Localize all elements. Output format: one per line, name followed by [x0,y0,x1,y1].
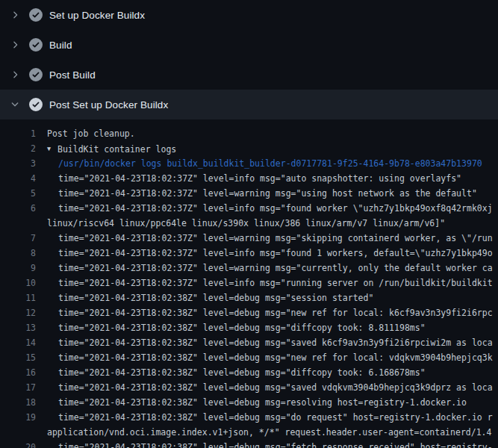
steps-list: Set up Docker Buildx Build Post Build Po… [0,0,498,119]
step-label: Post Build [49,69,96,81]
log-row: 13 time="2021-04-23T18:02:38Z" level=deb… [0,320,498,335]
log-line-text: time="2021-04-23T18:02:38Z" level=debug … [36,380,493,395]
chevron-right-icon [10,9,22,21]
step-label: Post Set up Docker Buildx [49,99,168,111]
log-line-text: time="2021-04-23T18:02:37Z" level=info m… [36,201,493,216]
log-line-text: ▼BuildKit container logs [36,141,176,156]
step-label: Build [49,40,72,51]
group-label: BuildKit container logs [57,144,176,155]
log-line-number[interactable]: 9 [0,261,36,276]
log-line-text: Post job cleanup. [36,126,135,141]
log-line-number[interactable]: 17 [0,380,36,395]
step-label: Set up Docker Buildx [49,10,145,21]
log-area: 1 Post job cleanup. 2 ▼BuildKit containe… [0,119,498,448]
log-row: 12 time="2021-04-23T18:02:38Z" level=deb… [0,305,498,320]
log-line-number[interactable]: 6 [0,201,36,216]
log-line-text: time="2021-04-23T18:02:37Z" level=info m… [36,276,493,290]
step-row-post-set-up-docker-buildx[interactable]: Post Set up Docker Buildx [0,90,498,119]
log-line-text: time="2021-04-23T18:02:38Z" level=debug … [36,290,373,305]
check-circle-icon [29,68,43,81]
log-row: 7 time="2021-04-23T18:02:37Z" level=warn… [0,231,498,246]
group-collapse-toggle-icon[interactable]: ▼ [47,141,57,156]
log-line-number[interactable]: 18 [0,395,36,410]
log-line-number[interactable]: 2 [0,141,36,156]
log-line-number[interactable] [0,216,36,231]
log-line-text: time="2021-04-23T18:02:38Z" level=debug … [36,440,493,448]
log-line-number[interactable]: 13 [0,320,36,335]
log-line-text: time="2021-04-23T18:02:38Z" level=debug … [36,350,493,365]
log-line-text: /usr/bin/docker logs buildx_buildkit_bui… [36,156,482,171]
step-row-post-build[interactable]: Post Build [0,60,498,90]
log-line-number[interactable]: 15 [0,350,36,365]
log-row: application/vnd.oci.image.index.v1+json,… [0,425,498,440]
log-row: 8 time="2021-04-23T18:02:37Z" level=info… [0,246,498,261]
log-line-number[interactable]: 8 [0,246,36,261]
log-line-number[interactable]: 16 [0,365,36,380]
log-line-text: time="2021-04-23T18:02:37Z" level=info m… [36,246,493,261]
log-row: 14 time="2021-04-23T18:02:38Z" level=deb… [0,335,498,350]
log-line-number[interactable]: 14 [0,335,36,350]
log-line-number[interactable] [0,425,36,440]
log-row: 16 time="2021-04-23T18:02:38Z" level=deb… [0,365,498,380]
log-row: 15 time="2021-04-23T18:02:38Z" level=deb… [0,350,498,365]
log-line-text: time="2021-04-23T18:02:38Z" level=debug … [36,365,426,380]
chevron-right-icon [10,69,22,81]
log-row: 19 time="2021-04-23T18:02:38Z" level=deb… [0,410,498,425]
log-line-text: time="2021-04-23T18:02:37Z" level=warnin… [36,231,493,246]
log-line-text: linux/riscv64 linux/ppc64le linux/s390x … [36,216,445,231]
log-row: 5 time="2021-04-23T18:02:37Z" level=warn… [0,186,498,201]
step-row-build[interactable]: Build [0,30,498,60]
check-circle-icon [29,38,43,52]
check-circle-icon [29,98,43,111]
log-line-text: time="2021-04-23T18:02:37Z" level=warnin… [36,261,493,276]
log-line-text: time="2021-04-23T18:02:38Z" level=debug … [36,305,493,320]
log-row: 20 time="2021-04-23T18:02:38Z" level=deb… [0,440,498,448]
chevron-down-icon [10,99,22,111]
chevron-right-icon [10,39,22,51]
log-row: linux/riscv64 linux/ppc64le linux/s390x … [0,216,498,231]
log-row: 10 time="2021-04-23T18:02:37Z" level=inf… [0,276,498,290]
log-line-number[interactable]: 3 [0,156,36,171]
log-row: 1 Post job cleanup. [0,126,498,141]
log-line-text: time="2021-04-23T18:02:38Z" level=debug … [36,335,493,350]
log-line-number[interactable]: 19 [0,410,36,425]
log-row: 17 time="2021-04-23T18:02:38Z" level=deb… [0,380,498,395]
log-line-number[interactable]: 10 [0,276,36,290]
log-row: 18 time="2021-04-23T18:02:38Z" level=deb… [0,395,498,410]
log-line-number[interactable]: 20 [0,440,36,448]
log-line-text: time="2021-04-23T18:02:38Z" level=debug … [36,395,467,410]
log-line-text: time="2021-04-23T18:02:37Z" level=warnin… [36,186,477,201]
log-line-text: time="2021-04-23T18:02:37Z" level=info m… [36,171,461,186]
log-line-number[interactable]: 11 [0,290,36,305]
log-row: 2 ▼BuildKit container logs [0,141,498,156]
log-row: 11 time="2021-04-23T18:02:38Z" level=deb… [0,290,498,305]
log-row: 6 time="2021-04-23T18:02:37Z" level=info… [0,201,498,216]
log-line-text: time="2021-04-23T18:02:38Z" level=debug … [36,410,493,425]
log-line-text: time="2021-04-23T18:02:38Z" level=debug … [36,320,426,335]
log-row: 9 time="2021-04-23T18:02:37Z" level=warn… [0,261,498,276]
check-circle-icon [29,8,43,22]
log-line-number[interactable]: 1 [0,126,36,141]
log-line-number[interactable]: 4 [0,171,36,186]
log-row: 3 /usr/bin/docker logs buildx_buildkit_b… [0,156,498,171]
log-line-text: application/vnd.oci.image.index.v1+json,… [36,425,491,440]
log-line-number[interactable]: 12 [0,305,36,320]
step-row-set-up-docker-buildx[interactable]: Set up Docker Buildx [0,0,498,30]
log-line-number[interactable]: 7 [0,231,36,246]
log-row: 4 time="2021-04-23T18:02:37Z" level=info… [0,171,498,186]
log-line-number[interactable]: 5 [0,186,36,201]
